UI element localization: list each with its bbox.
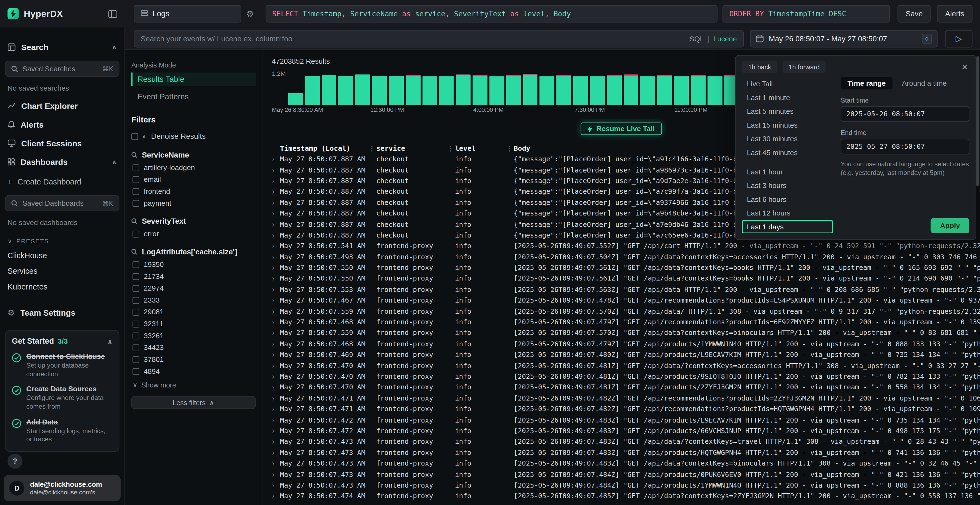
create-dashboard-button[interactable]: + Create Dashboard — [0, 177, 124, 187]
expand-row-icon[interactable] — [267, 351, 280, 358]
histogram-bar[interactable] — [389, 76, 404, 105]
sidebar-item-dashboards[interactable]: Dashboards ∧ — [0, 157, 124, 167]
select-query-input[interactable]: SELECT Timestamp, ServiceName as service… — [266, 5, 718, 22]
filter-checkbox[interactable] — [132, 356, 139, 363]
filter-checkbox[interactable] — [132, 200, 139, 206]
histogram-bar[interactable] — [590, 76, 605, 105]
filter-option[interactable]: frontend — [131, 187, 256, 195]
relative-range-option[interactable]: Last 3 hours — [742, 179, 833, 193]
preset-item[interactable]: ClickHouse — [0, 251, 124, 260]
source-select[interactable]: Logs — [134, 5, 241, 22]
expand-row-icon[interactable] — [267, 438, 280, 445]
expand-row-icon[interactable] — [267, 210, 280, 217]
expand-row-icon[interactable] — [267, 167, 280, 173]
sidebar-item-client-sessions[interactable]: Client Sessions — [0, 138, 124, 148]
expand-row-icon[interactable] — [267, 427, 280, 434]
histogram-bar[interactable] — [456, 74, 471, 105]
histogram-bar[interactable] — [439, 75, 454, 105]
apply-button[interactable]: Apply — [931, 218, 969, 233]
histogram-bar[interactable] — [490, 76, 504, 105]
col-level[interactable]: level — [455, 144, 505, 152]
sidebar-item-team-settings[interactable]: ⚙ Team Settings — [0, 308, 124, 318]
alerts-button[interactable]: Alerts — [937, 5, 972, 22]
presets-toggle[interactable]: ∨ PRESETS — [0, 238, 124, 245]
sidebar-item-search[interactable]: Search ∧ — [0, 41, 124, 52]
preset-item[interactable]: Services — [0, 267, 124, 276]
log-row[interactable]: May 27 8:50:07.470 AM frontend-proxy inf… — [267, 360, 980, 371]
picker-tab[interactable]: Time range — [841, 77, 892, 89]
filter-checkbox[interactable] — [132, 164, 139, 171]
expand-row-icon[interactable] — [267, 449, 280, 456]
expand-row-icon[interactable] — [267, 297, 280, 304]
histogram-bar[interactable] — [674, 76, 689, 105]
histogram-bar[interactable] — [573, 76, 588, 105]
expand-row-icon[interactable] — [267, 254, 280, 260]
expand-row-icon[interactable] — [267, 221, 280, 228]
filter-option[interactable]: 22974 — [131, 284, 256, 292]
expand-row-icon[interactable] — [267, 482, 280, 489]
filter-checkbox[interactable] — [132, 188, 139, 195]
expand-row-icon[interactable] — [267, 373, 280, 380]
filter-option[interactable]: 2333 — [131, 296, 256, 304]
less-filters-button[interactable]: Less filters ∧ — [131, 396, 256, 409]
get-started-item[interactable]: Connect to ClickHouse Set up your databa… — [12, 353, 113, 378]
col-service[interactable]: service — [376, 144, 446, 152]
log-row[interactable]: May 27 8:50:07.473 AM frontend-proxy inf… — [267, 458, 980, 469]
log-row[interactable]: May 27 8:50:07.472 AM frontend-proxy inf… — [267, 426, 980, 437]
histogram-bar[interactable] — [607, 75, 622, 105]
log-row[interactable]: May 27 8:50:07.468 AM frontend-proxy inf… — [267, 317, 980, 327]
expand-row-icon[interactable] — [267, 178, 280, 184]
histogram-bar[interactable] — [707, 75, 722, 105]
source-settings-gear-icon[interactable]: ⚙ — [247, 9, 254, 19]
relative-range-option[interactable]: Last 12 hours — [742, 206, 833, 220]
expand-row-icon[interactable] — [267, 199, 280, 206]
column-resize-handle[interactable] — [505, 144, 514, 152]
denoise-checkbox[interactable] — [131, 133, 138, 140]
filter-option[interactable]: 33261 — [131, 332, 256, 340]
picker-tab[interactable]: Around a time — [895, 77, 954, 89]
column-resize-handle[interactable] — [446, 144, 455, 152]
log-row[interactable]: May 27 8:50:07.473 AM frontend-proxy inf… — [267, 469, 980, 480]
filter-option[interactable]: artillery-loadgen — [131, 164, 256, 172]
log-row[interactable]: May 27 8:50:07.559 AM frontend-proxy inf… — [267, 327, 980, 338]
relative-range-option[interactable]: Last 1 days — [742, 220, 833, 233]
save-button[interactable]: Save — [897, 5, 931, 22]
log-row[interactable]: May 27 8:50:07.470 AM frontend-proxy inf… — [267, 371, 980, 382]
log-row[interactable]: May 27 8:50:07.470 AM frontend-proxy inf… — [267, 382, 980, 393]
run-search-button[interactable]: ▷ — [945, 30, 972, 47]
relative-range-option[interactable]: Last 45 minutes — [742, 146, 833, 159]
analysis-mode-option[interactable]: Results Table — [131, 72, 256, 86]
expand-row-icon[interactable] — [267, 319, 280, 326]
expand-row-icon[interactable] — [267, 416, 280, 423]
expand-row-icon[interactable] — [267, 384, 280, 391]
user-menu[interactable]: D dale@clickhouse.com dale@clickhouse.co… — [4, 475, 121, 501]
histogram-bar[interactable] — [305, 76, 320, 105]
histogram-bar[interactable] — [338, 75, 353, 105]
filter-checkbox[interactable] — [132, 176, 139, 183]
expand-row-icon[interactable] — [267, 188, 280, 195]
saved-searches-button[interactable]: Saved Searches ⌘K — [5, 61, 119, 77]
histogram-bar[interactable] — [288, 93, 303, 105]
histogram-bar[interactable] — [372, 75, 387, 105]
log-row[interactable]: May 27 8:50:07.473 AM frontend-proxy inf… — [267, 437, 980, 447]
relative-range-option[interactable]: Last 1 minute — [742, 91, 833, 105]
filter-checkbox[interactable] — [132, 344, 139, 351]
filter-option[interactable]: 29081 — [131, 308, 256, 316]
filter-option[interactable]: payment — [131, 199, 256, 207]
search-icon[interactable] — [131, 152, 137, 158]
log-row[interactable]: May 27 8:50:07.550 AM frontend-proxy inf… — [267, 273, 980, 284]
filter-checkbox[interactable] — [132, 308, 139, 315]
histogram-bar[interactable] — [473, 75, 488, 105]
filter-checkbox[interactable] — [132, 230, 139, 237]
sidebar-item-chart-explorer[interactable]: Chart Explorer — [0, 101, 124, 111]
filter-option[interactable]: 34423 — [131, 344, 256, 351]
close-icon[interactable]: ✕ — [960, 62, 969, 71]
log-row[interactable]: May 27 8:50:07.468 AM frontend-proxy inf… — [267, 338, 980, 349]
histogram-bar[interactable] — [355, 75, 370, 105]
expand-row-icon[interactable] — [267, 232, 280, 239]
histogram-bar[interactable] — [657, 75, 672, 105]
histogram-bar[interactable] — [506, 75, 521, 105]
expand-row-icon[interactable] — [267, 308, 280, 315]
column-resize-handle[interactable] — [368, 144, 376, 152]
chevron-up-icon[interactable]: ∧ — [108, 338, 113, 345]
